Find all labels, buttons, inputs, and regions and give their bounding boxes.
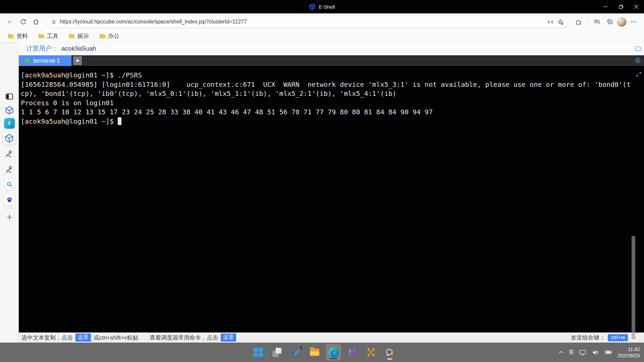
running-indicator: [387, 358, 392, 360]
bookmark-folder-item[interactable]: 工具: [37, 32, 60, 41]
file-manager-button[interactable]: [635, 45, 642, 52]
windows-taskbar: 1 英: [0, 343, 644, 362]
fullscreen-button[interactable]: [635, 71, 642, 78]
taskbar-center-icons: 1: [251, 343, 397, 362]
terminal-output[interactable]: [acok9a5uah@login01 ~]$ ./PSRS[165612856…: [19, 66, 644, 333]
tray-battery-button[interactable]: [604, 348, 612, 356]
favorite-add-button[interactable]: [555, 17, 565, 27]
taskbar-clock[interactable]: 11:42 2022/6/25: [618, 346, 640, 359]
footer-copy-hint: 选中文本复制，点击: [21, 334, 73, 342]
window-controls: [598, 0, 644, 13]
bookmark-label: 工具: [47, 32, 58, 40]
sidebar-search-button[interactable]: [3, 178, 16, 191]
bookmark-label: 办公: [108, 32, 119, 40]
home-button[interactable]: [30, 16, 42, 27]
notification-badge: 1: [300, 345, 302, 350]
collections-button[interactable]: [604, 16, 615, 27]
terminal-line: 1 1 5 6 7 10 12 13 15 17 23 24 25 28 33 …: [21, 108, 644, 117]
compute-user-label: 计算用户：: [26, 44, 58, 53]
edge-browser-button[interactable]: [326, 344, 341, 360]
status-dot: [25, 58, 30, 63]
ctrl-w-key-button[interactable]: ctrl+w: [608, 334, 628, 341]
sidebar-site-s-app[interactable]: [3, 117, 16, 130]
terminal-line: [1656128564.054985] [login01:61716:0] uc…: [21, 80, 644, 89]
favorites-hub-button[interactable]: [591, 16, 603, 27]
window-title-group: E-Shell: [309, 3, 335, 10]
search-icon: [4, 179, 15, 190]
here-button-copy[interactable]: 这里: [75, 334, 91, 342]
baidu-paw-icon: [4, 194, 15, 205]
settings-button[interactable]: [634, 57, 642, 64]
home-icon: [32, 18, 40, 25]
window-titlebar: E-Shell: [0, 0, 644, 13]
address-bar[interactable]: https://tycloud.hpccube.com/ac/console/s…: [46, 16, 568, 28]
refresh-icon: [19, 18, 27, 25]
file-manager-folder-icon: [635, 45, 642, 52]
panel-toggle-icon: [5, 92, 14, 101]
sidebar-panel-toggle-button[interactable]: [3, 90, 16, 103]
more-menu-button[interactable]: [628, 16, 639, 27]
bookmark-folder-item[interactable]: 办公: [98, 32, 121, 41]
restore-button[interactable]: [613, 0, 629, 13]
plus-icon: +: [75, 57, 79, 64]
sidebar-site-sketch-2[interactable]: [3, 163, 16, 176]
file-explorer-button[interactable]: [307, 344, 322, 360]
sidebar-site-baidu[interactable]: [3, 193, 16, 206]
page-scrollbar-thumb[interactable]: [632, 236, 635, 339]
n-app-icon: [348, 348, 357, 357]
read-aloud-icon: A: [547, 18, 554, 25]
n-app-button[interactable]: [345, 344, 360, 360]
terminal-tab-bar: terminal-1 +: [19, 55, 644, 66]
sidebar-site-sketch-1[interactable]: [3, 147, 16, 160]
profile-avatar[interactable]: [617, 17, 627, 27]
clock-date: 2022/6/25: [618, 352, 640, 359]
folder-icon: [99, 33, 106, 39]
task-view-icon: [272, 348, 282, 357]
close-button[interactable]: [629, 0, 644, 13]
bookmark-folder-item[interactable]: 娱乐: [67, 32, 90, 41]
back-button[interactable]: [5, 16, 16, 27]
tray-volume-button[interactable]: [592, 349, 599, 356]
restore-icon: [619, 5, 623, 9]
send-keys-label: 发送组合键：: [571, 334, 605, 342]
here-button-scheduler[interactable]: 这里: [221, 334, 236, 342]
folder-icon: [38, 33, 45, 39]
toolbar-divider: [588, 18, 588, 25]
tray-display-button[interactable]: [579, 349, 587, 356]
eshell-cube-icon: [309, 3, 316, 10]
minimize-button[interactable]: [598, 0, 613, 13]
url-text[interactable]: https://tycloud.hpccube.com/ac/console/s…: [60, 19, 545, 25]
extensions-button[interactable]: [573, 16, 584, 27]
read-aloud-button[interactable]: A: [545, 17, 555, 27]
arrows-app-button[interactable]: [364, 344, 378, 360]
terminal-cursor: [118, 117, 121, 125]
tray-chevron-button[interactable]: [558, 350, 564, 354]
gear-icon: [634, 57, 642, 64]
sidebar-add-button[interactable]: [3, 211, 16, 224]
sidebar-site-eshell-active[interactable]: [3, 132, 16, 144]
refresh-button[interactable]: [17, 16, 29, 27]
new-terminal-button[interactable]: +: [73, 56, 82, 65]
tab-terminal-1[interactable]: terminal-1: [19, 55, 71, 66]
plus-icon: [6, 214, 13, 221]
compute-user-value: acok9a5uah: [61, 45, 96, 52]
terminal-line: Process 0 is on login01: [21, 99, 644, 108]
ime-indicator[interactable]: 英: [569, 349, 574, 356]
back-icon: [7, 18, 14, 25]
tab-label: terminal-1: [33, 57, 60, 64]
edge-sidebar: [0, 42, 19, 343]
task-view-button[interactable]: [270, 344, 284, 360]
bookmark-folder-item[interactable]: 资料: [6, 32, 29, 41]
sidebar-site-eshell[interactable]: [3, 104, 16, 117]
todo-app-button[interactable]: 1: [288, 344, 303, 360]
window-title: E-Shell: [319, 4, 335, 10]
favorite-add-icon: [557, 18, 564, 25]
footer-paste-hint: 或ctrl+shift+v粘贴: [94, 334, 138, 342]
person-sketch-icon: [5, 149, 14, 159]
folder-icon: [7, 33, 14, 39]
windows-start-button[interactable]: [251, 344, 266, 360]
tray-chevron-icon: [558, 350, 564, 354]
chat-app-button[interactable]: [382, 344, 397, 360]
close-icon: [634, 5, 638, 9]
arrows-app-icon: [367, 348, 375, 357]
